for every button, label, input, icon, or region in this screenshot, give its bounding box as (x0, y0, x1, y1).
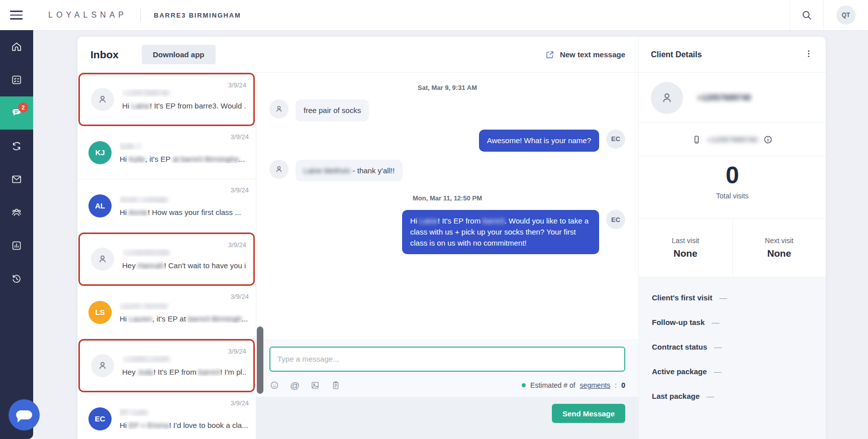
composer-toolbar: @ Estimated # of segments: 0 (269, 374, 625, 397)
client-phone-row: +12057689740 (639, 123, 826, 156)
sidebar-item-tasks[interactable] (0, 63, 33, 96)
external-link-icon (545, 50, 555, 60)
sidebar-nav: 2 (0, 30, 33, 439)
contact-name: +12056124335 (122, 355, 169, 363)
visit-summary: Last visit None Next visit None (639, 219, 826, 277)
clients-icon (11, 206, 23, 218)
new-text-message-label: New text message (560, 50, 625, 59)
client-name: +12057689740 (697, 93, 751, 102)
last-visit-block: Last visit None (639, 219, 732, 277)
support-chat-widget[interactable] (9, 399, 40, 430)
conversation-date: 3/9/24 (228, 348, 246, 355)
message-input[interactable] (269, 347, 625, 372)
contact-name: +12282652308 (122, 249, 169, 257)
incoming-message: Laine Methvin - thank y'all!! (269, 160, 625, 182)
page-title: Inbox (90, 49, 119, 61)
composer-footer: Send Message (256, 397, 638, 439)
conversation-row[interactable]: +12057689740 Hi Laine! It's EP from barr… (78, 73, 255, 126)
next-visit-block: Next visit None (732, 219, 826, 277)
sidebar-item-sync[interactable] (0, 130, 33, 163)
last-visit-value: None (673, 248, 698, 259)
incoming-message: free pair of socks (269, 99, 625, 122)
message-bubble: free pair of socks (296, 99, 369, 122)
sidebar-item-mail[interactable] (0, 163, 33, 196)
person-avatar-icon (91, 248, 114, 271)
conversation-row[interactable]: +12056124335 Hey Judy! It's EP from barr… (78, 339, 255, 392)
segments-link[interactable]: segments (580, 381, 611, 389)
field-row: Last package— (652, 392, 813, 400)
attach-image-icon[interactable] (310, 380, 320, 390)
sidebar-item-reports[interactable] (0, 229, 33, 262)
client-phone: +12057689740 (707, 135, 758, 144)
message-bubble: Hi Laine! It's EP from barre3. Would you… (402, 210, 599, 254)
sync-icon (11, 140, 23, 152)
mobile-phone-icon (692, 135, 702, 145)
unread-badge: 2 (18, 102, 28, 113)
conversation-date: 3/9/24 (231, 399, 249, 407)
mail-icon (11, 173, 23, 185)
conversation-row[interactable]: AL Annie Lovelady Hi Annie! How was your… (77, 179, 256, 233)
search-icon[interactable] (790, 0, 823, 30)
person-avatar-icon (269, 160, 288, 179)
sidebar-item-home[interactable] (0, 30, 33, 63)
total-visits-label: Total visits (639, 192, 826, 200)
conversation-row[interactable]: +12282652308 Hey Hannah! Can't wait to h… (78, 233, 255, 286)
conversation-date: 3/9/24 (231, 133, 249, 141)
total-visits-block: 0 Total visits (639, 156, 826, 219)
user-avatar[interactable]: QT (836, 6, 855, 25)
top-bar: LOYALSNAP BARRE3 BIRMINGHAM QT (0, 0, 868, 30)
kebab-menu-icon[interactable] (801, 46, 817, 63)
message-preview: Hi Lauren, it's EP at barre3 Birmingh... (120, 314, 249, 323)
download-app-button[interactable]: Download app (142, 45, 216, 64)
emoji-icon[interactable] (269, 380, 279, 390)
list-scrollbar-thumb[interactable] (257, 326, 263, 394)
status-dot (522, 383, 526, 387)
field-row: Contract status— (652, 343, 813, 351)
conversation-date: 3/9/24 (228, 81, 246, 89)
client-fields: Client's first visit— Follow-up task— Co… (639, 277, 826, 439)
client-details-title: Client Details (651, 50, 801, 59)
field-label: Contract status (652, 343, 707, 351)
segments-label: Estimated # of (530, 381, 575, 389)
conversation-row[interactable]: EC EP Carle Hi EP + Emma! I'd love to bo… (77, 392, 256, 439)
avatar: LS (88, 301, 112, 324)
sender-avatar: EC (606, 210, 625, 229)
message-preview: Hey Judy! It's EP from barre3! I'm pl... (122, 368, 246, 376)
message-preview: Hi Annie! How was your first class ... (120, 208, 249, 216)
chat-thread: Sat, Mar 9, 9:31 AM free pair of socks A… (256, 73, 638, 439)
conversation-row[interactable]: KJ Kylie J Hi Kylie, it's EP at barre3 B… (77, 126, 256, 179)
next-visit-value: None (767, 248, 792, 259)
conversation-row[interactable]: LS Lauren Sumner Hi Lauren, it's EP at b… (77, 286, 256, 339)
outgoing-message: Awesome! What is your name? EC (269, 130, 625, 152)
send-message-button[interactable]: Send Message (552, 404, 625, 423)
person-avatar-icon (651, 82, 683, 114)
templates-icon[interactable] (331, 380, 341, 390)
avatar: KJ (88, 141, 112, 164)
sidebar-item-history[interactable] (0, 262, 33, 295)
contact-name: Kylie J (120, 142, 140, 150)
date-separator: Mon, Mar 11, 12:50 PM (269, 194, 625, 202)
field-label: Last package (652, 392, 700, 400)
hamburger-menu-icon[interactable] (10, 5, 30, 25)
field-label: Client's first visit (652, 293, 712, 302)
person-avatar-icon (91, 354, 114, 377)
main-card: Inbox Download app New text message Clie… (77, 37, 826, 439)
contact-name: Lauren Sumner (120, 302, 168, 310)
message-history: Sat, Mar 9, 9:31 AM free pair of socks A… (256, 73, 638, 339)
mention-icon[interactable]: @ (290, 381, 300, 390)
person-avatar-icon (91, 88, 114, 111)
date-separator: Sat, Mar 9, 9:31 AM (269, 84, 625, 91)
conversation-list: +12057689740 Hi Laine! It's EP from barr… (77, 73, 256, 439)
field-row: Follow-up task— (652, 318, 813, 326)
new-text-message-button[interactable]: New text message (545, 50, 625, 60)
sidebar-item-messages[interactable]: 2 (0, 96, 33, 130)
app-window: LOYALSNAP BARRE3 BIRMINGHAM QT 2 (0, 0, 868, 439)
field-value: — (707, 392, 714, 400)
segments-estimate: Estimated # of segments: 0 (522, 381, 625, 389)
sidebar-item-clients[interactable] (0, 196, 33, 229)
field-row: Client's first visit— (652, 293, 813, 302)
bar-chart-icon (11, 240, 23, 252)
avatar: AL (88, 194, 112, 217)
info-icon[interactable] (763, 135, 773, 145)
client-details-panel: +12057689740 +12057689740 0 Total visits… (638, 73, 826, 439)
